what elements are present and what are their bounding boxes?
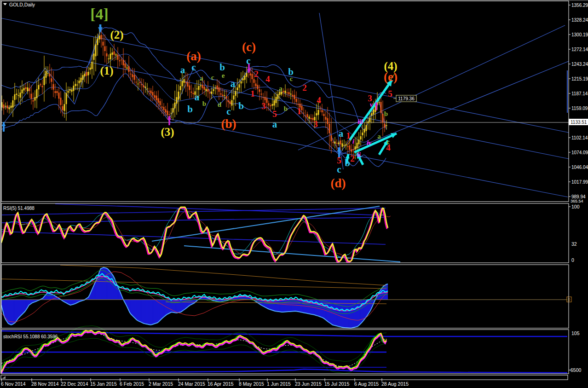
svg-text:a: a bbox=[272, 119, 277, 130]
svg-text:4: 4 bbox=[317, 95, 321, 105]
svg-text:6500: 6500 bbox=[571, 367, 582, 373]
svg-text:GOLD,Daily: GOLD,Daily bbox=[9, 2, 35, 7]
svg-text:5: 5 bbox=[337, 156, 341, 165]
svg-text:15 Jul 2015: 15 Jul 2015 bbox=[324, 381, 349, 387]
svg-text:28 Nov 2014: 28 Nov 2014 bbox=[31, 381, 59, 387]
svg-text:a: a bbox=[339, 128, 344, 139]
svg-text:c: c bbox=[211, 74, 214, 81]
svg-text:1215.19: 1215.19 bbox=[571, 76, 588, 81]
svg-text:22 Dec 2014: 22 Dec 2014 bbox=[61, 381, 88, 387]
svg-text:1272.14: 1272.14 bbox=[571, 47, 588, 52]
svg-text:c: c bbox=[337, 164, 341, 175]
svg-text:1187.14: 1187.14 bbox=[571, 91, 588, 96]
svg-text:v: v bbox=[370, 101, 373, 108]
svg-text:a: a bbox=[279, 85, 282, 92]
svg-text:(d): (d) bbox=[331, 176, 346, 190]
svg-text:b: b bbox=[202, 100, 206, 107]
svg-text:i: i bbox=[352, 138, 354, 145]
svg-text:b: b bbox=[187, 104, 193, 115]
svg-text:c: c bbox=[226, 106, 231, 117]
svg-text:(1): (1) bbox=[100, 64, 113, 77]
svg-text:16 Apr 2015: 16 Apr 2015 bbox=[208, 381, 234, 387]
svg-text:b: b bbox=[284, 105, 288, 112]
svg-text:0: 0 bbox=[571, 257, 574, 263]
svg-text:[4]: [4] bbox=[90, 6, 109, 23]
svg-text:b: b bbox=[238, 100, 244, 111]
svg-text:1179.36: 1179.36 bbox=[398, 96, 415, 101]
svg-text:3: 3 bbox=[261, 101, 266, 111]
svg-text:1017.99: 1017.99 bbox=[571, 180, 588, 185]
svg-text:6 Aug 2015: 6 Aug 2015 bbox=[354, 381, 379, 387]
svg-text:28 Aug 2015: 28 Aug 2015 bbox=[381, 381, 409, 387]
svg-text:15 Jan 2015: 15 Jan 2015 bbox=[90, 381, 117, 387]
svg-text:105: 105 bbox=[571, 330, 580, 336]
svg-text:c: c bbox=[290, 75, 293, 82]
svg-text:ii: ii bbox=[357, 151, 361, 158]
svg-text:iv: iv bbox=[367, 139, 372, 146]
svg-text:1074.09: 1074.09 bbox=[571, 150, 588, 155]
svg-text:1: 1 bbox=[250, 89, 255, 98]
svg-text:23 Jun 2015: 23 Jun 2015 bbox=[295, 381, 322, 387]
svg-text:c: c bbox=[191, 62, 196, 73]
svg-text:32: 32 bbox=[571, 241, 577, 247]
svg-text:2: 2 bbox=[350, 154, 355, 163]
svg-text:5: 5 bbox=[388, 89, 392, 98]
svg-text:6 Nov 2014: 6 Nov 2014 bbox=[1, 381, 26, 387]
svg-text:b: b bbox=[219, 62, 225, 73]
svg-text:8 May 2015: 8 May 2015 bbox=[239, 381, 264, 387]
svg-text:a: a bbox=[195, 92, 200, 103]
svg-text:RSI(5) 51.4988: RSI(5) 51.4988 bbox=[3, 206, 35, 211]
svg-text:5: 5 bbox=[272, 109, 277, 119]
svg-text:24 Mar 2015: 24 Mar 2015 bbox=[178, 381, 205, 387]
svg-text:1328.24: 1328.24 bbox=[571, 17, 588, 23]
svg-text:100: 100 bbox=[571, 204, 580, 209]
svg-text:6 Feb 2015: 6 Feb 2015 bbox=[120, 381, 144, 387]
svg-text:2: 2 bbox=[254, 69, 259, 79]
svg-text:1243.24: 1243.24 bbox=[571, 62, 588, 67]
svg-text:1159.09: 1159.09 bbox=[571, 106, 588, 111]
svg-text:1046.04: 1046.04 bbox=[571, 165, 588, 170]
svg-text:e: e bbox=[222, 72, 225, 79]
svg-text:b: b bbox=[384, 110, 388, 117]
svg-text:1133.51: 1133.51 bbox=[571, 120, 587, 125]
svg-text:0: 0 bbox=[568, 297, 570, 302]
svg-text:1102.14: 1102.14 bbox=[571, 135, 588, 140]
svg-text:(3): (3) bbox=[161, 126, 174, 139]
svg-text:b: b bbox=[345, 157, 350, 168]
svg-text:(2): (2) bbox=[110, 29, 123, 41]
svg-text:a: a bbox=[180, 64, 185, 75]
svg-text:1300.19: 1300.19 bbox=[571, 32, 588, 37]
svg-text:(b): (b) bbox=[221, 117, 236, 131]
svg-text:1: 1 bbox=[346, 131, 351, 140]
svg-text:iii: iii bbox=[357, 118, 363, 125]
svg-text:2: 2 bbox=[302, 83, 307, 93]
svg-text:365.54: 365.54 bbox=[571, 199, 583, 203]
svg-text:1356.29: 1356.29 bbox=[571, 3, 588, 8]
svg-text:a: a bbox=[377, 133, 381, 140]
svg-text:(a): (a) bbox=[186, 49, 201, 63]
svg-text:a: a bbox=[200, 75, 203, 82]
svg-text:(c): (c) bbox=[242, 40, 256, 54]
svg-text:a: a bbox=[231, 78, 236, 89]
svg-text:stochRSI 55.1088 60.3596: stochRSI 55.1088 60.3596 bbox=[3, 334, 58, 339]
svg-text:1 Jun 2015: 1 Jun 2015 bbox=[267, 381, 291, 387]
svg-text:d: d bbox=[218, 101, 222, 108]
svg-text:2 Mar 2015: 2 Mar 2015 bbox=[149, 381, 173, 387]
svg-text:1: 1 bbox=[297, 106, 301, 116]
svg-text:4: 4 bbox=[265, 74, 270, 84]
svg-text:3: 3 bbox=[313, 119, 318, 129]
svg-text:(e): (e) bbox=[384, 70, 398, 84]
svg-text:c: c bbox=[246, 55, 250, 66]
svg-text:4: 4 bbox=[386, 143, 391, 152]
